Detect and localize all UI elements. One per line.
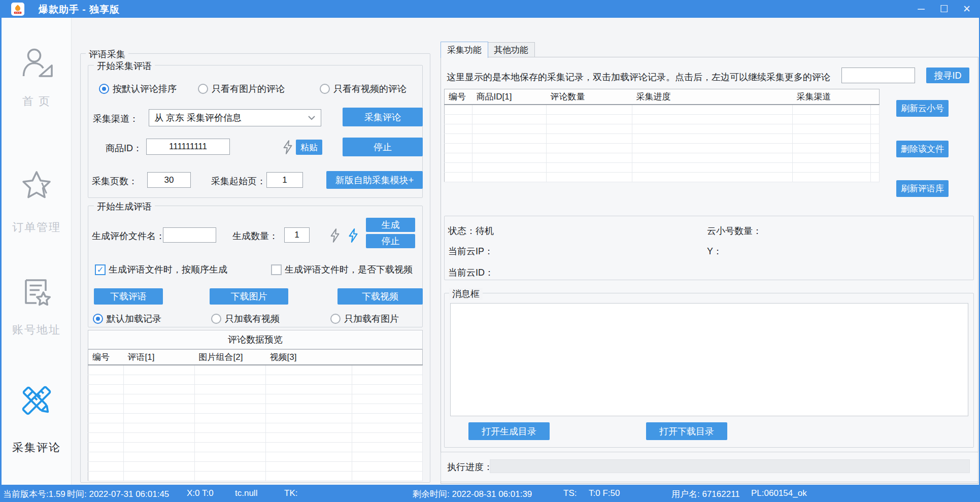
checkbox-download-video[interactable]: ✓ 生成评语文件时，是否下载视频 (271, 263, 413, 276)
table-row[interactable] (88, 413, 423, 423)
product-id-input[interactable] (146, 139, 230, 155)
radio-dot (320, 84, 330, 94)
y-label: Y： (707, 245, 722, 257)
tab-collect-function[interactable]: 采集功能 (441, 42, 488, 58)
table-row[interactable] (88, 394, 423, 404)
download-videos-button[interactable]: 下载视频 (337, 288, 423, 305)
ruler-pencil-icon (18, 382, 55, 419)
progress-label: 执行进度： (447, 461, 493, 473)
document-star-icon (18, 274, 55, 311)
group-title: 评语采集 (86, 48, 128, 60)
chevron-down-icon (308, 115, 316, 120)
radio-image-only[interactable]: 只看有图片的评论 (198, 83, 285, 95)
refresh-comment-lib-button[interactable]: 刷新评语库 (896, 180, 949, 197)
status-version: 当前版本号:1.59 (3, 488, 65, 500)
table-row[interactable] (88, 384, 423, 394)
download-images-button[interactable]: 下载图片 (210, 288, 288, 305)
radio-dot (198, 84, 208, 94)
status-tc: tc.null (235, 488, 257, 498)
new-module-button[interactable]: 新版自助采集模块+ (326, 171, 423, 189)
open-download-dir-button[interactable]: 打开下载目录 (646, 422, 727, 440)
radio-load-image[interactable]: 只加载有图片 (330, 313, 399, 325)
lightning-icon[interactable] (328, 228, 342, 243)
records-table[interactable]: 编号 商品ID[1] 评论数量 采集进度 采集渠道 (444, 89, 880, 182)
app-logo-icon (11, 3, 24, 16)
radio-dot (99, 84, 109, 94)
sidebar-item-label: 首 页 (2, 94, 72, 109)
table-row[interactable] (88, 375, 423, 384)
table-row[interactable] (445, 172, 880, 182)
checkbox-generate-in-order[interactable]: ✓ 生成评语文件时，按顺序生成 (95, 263, 227, 276)
filename-input[interactable] (163, 227, 216, 243)
preview-table-header: 编号 评语[1] 图片组合[2] 视频[3] (88, 350, 423, 365)
table-row[interactable] (88, 432, 423, 442)
table-row[interactable] (88, 365, 423, 375)
message-log-area[interactable] (450, 303, 968, 416)
table-row[interactable] (88, 452, 423, 461)
generate-button[interactable]: 生成 (366, 218, 415, 232)
pages-input[interactable] (147, 172, 191, 188)
table-row[interactable] (445, 105, 880, 114)
stop-collect-button[interactable]: 停止 (343, 138, 423, 156)
count-label: 生成数量： (232, 230, 278, 242)
delete-file-button[interactable]: 删除该文件 (896, 141, 949, 157)
table-row[interactable] (445, 114, 880, 124)
sidebar-item-label: 采集评论 (2, 440, 72, 455)
radio-load-video[interactable]: 只加载有视频 (211, 313, 280, 325)
search-id-button[interactable]: 搜寻ID (926, 68, 969, 83)
table-row[interactable] (88, 404, 423, 413)
table-row[interactable] (445, 124, 880, 133)
search-id-input[interactable] (841, 68, 915, 83)
status-remaining: 剩余时间: 2022-08-31 06:01:39 (413, 488, 532, 500)
minimize-button[interactable]: ─ (910, 0, 932, 18)
current-id-label: 当前云ID： (448, 266, 494, 279)
radio-dot (93, 314, 103, 324)
collect-comments-button[interactable]: 采集评论 (343, 108, 423, 126)
preview-table[interactable]: 编号 评语[1] 图片组合[2] 视频[3] (88, 349, 423, 481)
table-row[interactable] (445, 133, 880, 143)
status-username: 用户名: 67162211 (671, 488, 740, 500)
maximize-button[interactable]: ☐ (933, 0, 955, 18)
group-title: 开始采集评语 (94, 60, 155, 72)
open-generate-dir-button[interactable]: 打开生成目录 (468, 422, 550, 440)
table-row[interactable] (88, 423, 423, 432)
table-row[interactable] (88, 471, 423, 481)
close-button[interactable]: ✕ (956, 0, 978, 18)
cloud-count-label: 云小号数量： (707, 225, 762, 237)
pages-label: 采集页数： (92, 175, 138, 187)
status-xt: X:0 T:0 (187, 488, 214, 498)
radio-load-default[interactable]: 默认加载记录 (93, 313, 161, 325)
lightning-blue-icon[interactable] (347, 228, 360, 243)
current-ip-label: 当前云IP： (448, 245, 493, 257)
table-row[interactable] (88, 442, 423, 452)
status-ts: TS: (563, 488, 577, 498)
table-row[interactable] (445, 162, 880, 172)
preview-table-title: 评论数据预览 (88, 330, 423, 349)
app-window: 爆款助手 - 独享版 ─ ☐ ✕ 首 页 (0, 0, 980, 502)
radio-video-only[interactable]: 只看有视频的评论 (320, 83, 407, 95)
progress-bar (490, 459, 970, 473)
channel-label: 采集渠道： (93, 113, 139, 125)
paste-button[interactable]: 粘贴 (296, 140, 322, 155)
table-row[interactable] (445, 153, 880, 162)
tab-other-function[interactable]: 其他功能 (487, 42, 535, 57)
stop-generate-button[interactable]: 停止 (366, 234, 415, 248)
records-table-header: 编号 商品ID[1] 评论数量 采集进度 采集渠道 (445, 89, 880, 105)
start-page-input[interactable] (266, 172, 303, 188)
refresh-cloud-account-button[interactable]: 刷新云小号 (896, 100, 949, 117)
radio-dot (330, 314, 341, 324)
table-row[interactable] (88, 461, 423, 471)
main-body: 首 页 订单管理 账号地址 (0, 18, 980, 485)
filename-label: 生成评价文件名： (92, 230, 165, 242)
table-row[interactable] (445, 143, 880, 153)
product-id-label: 商品ID： (106, 142, 142, 154)
download-comments-button[interactable]: 下载评语 (94, 288, 163, 305)
window-title: 爆款助手 - 独享版 (39, 3, 120, 16)
channel-select[interactable]: 从 京东 采集评价信息 (149, 109, 321, 126)
radio-dot (211, 314, 221, 324)
count-input[interactable] (284, 227, 310, 243)
radio-default-sort[interactable]: 按默认评论排序 (99, 83, 177, 95)
title-bar: 爆款助手 - 独享版 ─ ☐ ✕ (0, 0, 980, 18)
status-pl: PL:060154_ok (751, 488, 807, 498)
lightning-icon[interactable] (281, 140, 294, 155)
